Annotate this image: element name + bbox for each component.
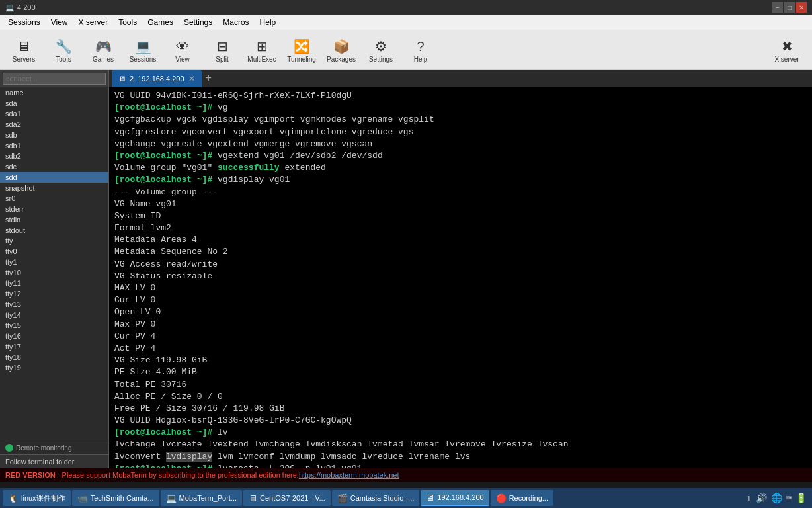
xserver-button[interactable]: ✖X server — [767, 36, 807, 64]
toolbar-item-packages[interactable]: 📦Packages — [323, 36, 360, 64]
terminal-output[interactable]: VG UUID 94v1BK-I0ii-eR6Q-Sjrh-rXeX-7LXf-… — [109, 87, 812, 468]
toolbar-item-servers[interactable]: 🖥Servers — [5, 36, 42, 64]
sidebar-item-sdd[interactable]: sdd — [0, 172, 108, 183]
terminal-line: Open LV 0 — [114, 306, 807, 318]
menu-item-sessions[interactable]: Sessions — [3, 15, 46, 30]
main-area: namesdasda1sda2sdbsdb1sdb2sdcsddsnapshot… — [0, 70, 812, 468]
taskbar-item-recording---[interactable]: 🔴Recording... — [491, 490, 553, 506]
sidebar-item-stderr[interactable]: stderr — [0, 204, 108, 214]
search-input[interactable] — [3, 73, 106, 85]
sidebar-item-snapshot[interactable]: snapshot — [0, 183, 108, 193]
remote-monitoring-label[interactable]: Remote monitoring — [16, 444, 71, 452]
taskbar-item-192-168-4-200[interactable]: 🖥192.168.4.200 — [421, 490, 489, 506]
toolbar-item-split[interactable]: ⊟Split — [204, 36, 241, 64]
terminal-line: [root@localhost ~]# vgextend vg01 /dev/s… — [114, 150, 807, 162]
toolbar-icon-settings: ⚙ — [372, 37, 390, 56]
sidebar-item-sdc[interactable]: sdc — [0, 161, 108, 172]
terminal-line: lvconvert lvdisplay lvm lvmconf lvmdump … — [114, 451, 807, 463]
terminal-line: [root@localhost ~]# lv — [114, 427, 807, 439]
toolbar-item-view[interactable]: 👁View — [164, 36, 201, 64]
maximize-button[interactable]: □ — [784, 2, 795, 13]
terminal-line: lvchange lvcreate lvextend lvmchange lvm… — [114, 439, 807, 450]
terminal-line: Format lvm2 — [114, 222, 807, 234]
tray-icon[interactable]: ⬆ — [746, 493, 751, 504]
sidebar-item-tty17[interactable]: tty17 — [0, 341, 108, 352]
sidebar-item-sda1[interactable]: sda1 — [0, 108, 108, 119]
sidebar-item-tty0[interactable]: tty0 — [0, 246, 108, 257]
sidebar-item-tty1[interactable]: tty1 — [0, 257, 108, 267]
sidebar-item-tty[interactable]: tty — [0, 235, 108, 246]
close-button[interactable]: ✕ — [796, 2, 807, 13]
new-tab-button[interactable]: + — [203, 73, 215, 85]
taskbar-icon: 📹 — [77, 493, 88, 503]
sidebar-item-tty16[interactable]: tty16 — [0, 331, 108, 341]
sidebar-item-sda2[interactable]: sda2 — [0, 119, 108, 130]
taskbar-item-centos7-2021---v---[interactable]: 🖥CentOS7-2021 - V... — [243, 490, 331, 506]
sidebar-search — [0, 70, 108, 87]
sidebar-item-sr0[interactable]: sr0 — [0, 193, 108, 204]
sidebar-item-sda[interactable]: sda — [0, 98, 108, 108]
terminal-line: VG UUID 94v1BK-I0ii-eR6Q-Sjrh-rXeX-7LXf-… — [114, 90, 807, 102]
follow-folder[interactable]: Follow terminal folder — [0, 454, 108, 468]
tray-icon[interactable]: 🌐 — [771, 493, 782, 504]
sidebar: namesdasda1sda2sdbsdb1sdb2sdcsddsnapshot… — [0, 70, 109, 468]
taskbar-icon: 🎬 — [337, 493, 348, 503]
sidebar-item-tty12[interactable]: tty12 — [0, 288, 108, 299]
sidebar-item-tty18[interactable]: tty18 — [0, 352, 108, 362]
toolbar-item-games[interactable]: 🎮Games — [85, 36, 122, 64]
terminal-line: vgcfgrestore vgconvert vgexport vgimport… — [114, 126, 807, 138]
menu-item-tools[interactable]: Tools — [113, 15, 142, 30]
terminal-line: Free PE / Size 30716 / 119.98 GiB — [114, 403, 807, 415]
menu-item-x server[interactable]: X server — [73, 15, 114, 30]
sidebar-item-tty14[interactable]: tty14 — [0, 310, 108, 320]
taskbar-icon: 💻 — [166, 493, 177, 503]
taskbar-label: MobaTerm_Port... — [179, 494, 237, 502]
toolbar: 🖥Servers🔧Tools🎮Games💻Sessions👁View⊟Split… — [0, 30, 812, 70]
toolbar-item-settings[interactable]: ⚙Settings — [362, 36, 399, 64]
sidebar-item-tty15[interactable]: tty15 — [0, 320, 108, 331]
sidebar-item-tty11[interactable]: tty11 — [0, 278, 108, 288]
sidebar-item-tty10[interactable]: tty10 — [0, 267, 108, 278]
sidebar-item-sdb2[interactable]: sdb2 — [0, 151, 108, 161]
title-bar: 💻 4.200 − □ ✕ — [0, 0, 812, 15]
warning-text: RED VERSION — [5, 471, 56, 479]
toolbar-item-sessions[interactable]: 💻Sessions — [124, 36, 161, 64]
taskbar-label: Recording... — [509, 494, 548, 502]
toolbar-icon-games: 🎮 — [94, 37, 112, 56]
toolbar-item-help[interactable]: ?Help — [402, 36, 439, 64]
toolbar-icon-tools: 🔧 — [54, 37, 73, 56]
menu-item-macros[interactable]: Macros — [218, 15, 254, 30]
menu-item-games[interactable]: Games — [142, 15, 179, 30]
taskbar-item-mobaterm-port---[interactable]: 💻MobaTerm_Port... — [161, 490, 242, 506]
sidebar-item-stdin[interactable]: stdin — [0, 214, 108, 225]
terminal-line: VG Status resizable — [114, 271, 807, 282]
toolbar-icon-split: ⊟ — [213, 37, 231, 56]
menu-item-settings[interactable]: Settings — [179, 15, 218, 30]
menu-item-view[interactable]: View — [46, 15, 73, 30]
taskbar-item-camtasia-studio-----[interactable]: 🎬Camtasia Studio -... — [332, 490, 420, 506]
menu-item-help[interactable]: Help — [255, 15, 282, 30]
sidebar-item-sdb1[interactable]: sdb1 — [0, 140, 108, 151]
tray-icon[interactable]: 🔊 — [756, 493, 767, 504]
warning-desc: - Please support MobaTerm by subscribing… — [58, 471, 299, 479]
terminal-line: Act PV 4 — [114, 343, 807, 355]
toolbar-item-tools[interactable]: 🔧Tools — [45, 36, 82, 64]
sidebar-item-stdout[interactable]: stdout — [0, 225, 108, 235]
tray-icon[interactable]: 🔋 — [795, 493, 807, 504]
minimize-button[interactable]: − — [772, 2, 783, 13]
sidebar-item-sdb[interactable]: sdb — [0, 130, 108, 140]
taskbar-item-linux----[interactable]: 🐧linux课件制作 — [3, 490, 71, 506]
taskbar-item-techsmith-camta---[interactable]: 📹TechSmith Camta... — [72, 490, 159, 506]
terminal-line: VG Name vg01 — [114, 198, 807, 210]
sidebar-item-name[interactable]: name — [0, 87, 108, 98]
warning-link[interactable]: https://mobaxterm.mobatek.net — [299, 471, 399, 479]
menu-bar: SessionsViewX serverToolsGamesSettingsMa… — [0, 15, 812, 30]
tray-icon[interactable]: ⌨ — [786, 493, 792, 504]
tab-close-button[interactable]: ✕ — [188, 74, 195, 83]
toolbar-item-multiexec[interactable]: ⊞MultiExec — [243, 36, 280, 64]
sidebar-item-tty19[interactable]: tty19 — [0, 362, 108, 373]
terminal-tab[interactable]: 🖥 2. 192.168.4.200 ✕ — [112, 70, 202, 87]
terminal-line: Max PV 0 — [114, 319, 807, 331]
sidebar-item-tty13[interactable]: tty13 — [0, 299, 108, 310]
toolbar-item-tunneling[interactable]: 🔀Tunneling — [283, 36, 320, 64]
